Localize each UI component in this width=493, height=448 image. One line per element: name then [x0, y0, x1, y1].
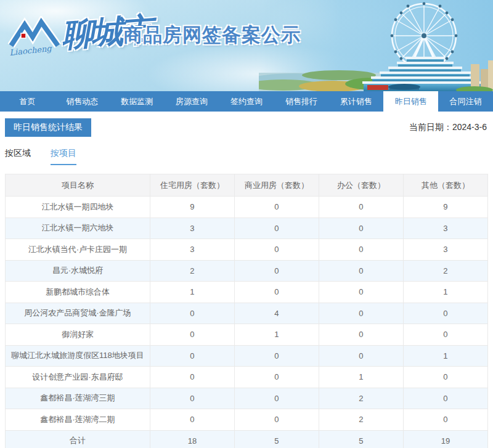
table-cell: 9	[150, 197, 234, 218]
table-cell: 0	[319, 324, 403, 346]
table-cell: 鑫都裕昌·莲湖湾二期	[6, 409, 150, 431]
nav-item-5[interactable]: 销售排行	[274, 91, 328, 112]
table-cell: 1	[234, 324, 319, 346]
table-cell: 设计创意产业园·东昌府邸	[6, 367, 150, 388]
table-cell: 0	[403, 388, 487, 409]
table-cell: 1	[319, 367, 403, 388]
table-row: 江北水镇当代·卢卡庄园一期3003	[6, 239, 488, 261]
table-row: 设计创意产业园·东昌府邸0010	[6, 367, 488, 388]
table-cell: 2	[319, 388, 403, 409]
table-cell: 0	[319, 197, 403, 218]
table-cell: 周公河农产品商贸城·金隆广场	[6, 303, 150, 324]
nav-item-3[interactable]: 房源查询	[165, 91, 219, 112]
table-row: 合计185519	[6, 430, 488, 448]
tab-1[interactable]: 按项目	[51, 148, 76, 165]
nav-item-2[interactable]: 数据监测	[110, 91, 165, 112]
page-title: 昨日销售统计结果	[5, 118, 91, 137]
table-cell: 2	[403, 260, 487, 282]
table-cell: 0	[319, 345, 403, 367]
table-cell: 0	[403, 303, 487, 324]
table-cell: 3	[403, 218, 487, 239]
sales-statistics-table: 项目名称住宅用房（套数）商业用房（套数）办公（套数）其他（套数） 江北水镇一期四…	[5, 174, 488, 448]
table-cell: 0	[234, 239, 319, 261]
nav-item-7[interactable]: 昨日销售	[383, 91, 438, 112]
table-cell: 江北水镇一期四地块	[6, 197, 150, 218]
table-cell: 5	[234, 430, 319, 448]
mountain-m-logo-icon: Liaocheng	[6, 16, 65, 59]
table-cell: 0	[319, 260, 403, 282]
table-cell: 1	[150, 282, 234, 303]
current-date-label: 当前日期：2024-3-6	[409, 122, 488, 133]
table-cell: 0	[150, 367, 234, 388]
table-row: 御润好家0100	[6, 324, 488, 346]
tab-0[interactable]: 按区域	[5, 148, 31, 165]
table-cell: 0	[150, 409, 234, 431]
table-cell: 0	[234, 260, 319, 282]
liaocheng-logo: Liaocheng	[6, 16, 65, 59]
table-cell: 1	[403, 345, 487, 367]
nav-item-0[interactable]: 首页	[0, 91, 55, 112]
table-row: 江北水镇一期四地块9009	[6, 197, 488, 218]
table-cell: 0	[319, 303, 403, 324]
table-cell: 0	[150, 303, 234, 324]
table-cell: 2	[319, 409, 403, 431]
table-cell: 19	[403, 430, 487, 448]
nav-item-6[interactable]: 累计销售	[328, 91, 383, 112]
table-cell: 0	[319, 282, 403, 303]
table-row: 新鹏都城市综合体1001	[6, 282, 488, 303]
nav-item-8[interactable]: 合同注销	[438, 91, 493, 112]
table-cell: 3	[403, 239, 487, 261]
table-header-row: 项目名称住宅用房（套数）商业用房（套数）办公（套数）其他（套数）	[6, 174, 488, 197]
table-cell: 0	[403, 409, 487, 431]
table-row: 鑫都裕昌·莲湖湾三期0020	[6, 388, 488, 409]
nav-item-1[interactable]: 销售动态	[55, 91, 110, 112]
table-cell: 0	[319, 239, 403, 261]
table-cell: 5	[319, 430, 403, 448]
table-row: 鑫都裕昌·莲湖湾二期0020	[6, 409, 488, 431]
table-cell: 0	[234, 409, 319, 431]
column-header: 其他（套数）	[403, 174, 487, 197]
table-cell: 江北水镇一期六地块	[6, 218, 150, 239]
column-header: 住宅用房（套数）	[150, 174, 234, 197]
table-cell: 0	[319, 218, 403, 239]
table-cell: 0	[150, 324, 234, 346]
view-tabs: 按区域 按项目	[5, 148, 488, 165]
table-cell: 鑫都裕昌·莲湖湾三期	[6, 388, 150, 409]
table-cell: 0	[403, 324, 487, 346]
table-row: 周公河农产品商贸城·金隆广场0400	[6, 303, 488, 324]
table-cell: 0	[234, 218, 319, 239]
table-cell: 合计	[6, 430, 150, 448]
table-cell: 0	[234, 388, 319, 409]
table-row: 昌元·水城悦府2002	[6, 260, 488, 282]
table-cell: 9	[403, 197, 487, 218]
table-cell: 0	[234, 367, 319, 388]
section-header: 昨日销售统计结果 当前日期：2024-3-6	[5, 118, 488, 137]
table-cell: 18	[150, 430, 234, 448]
site-subtitle: 商品房网签备案公示	[123, 22, 301, 48]
table-cell: 3	[150, 218, 234, 239]
table-row: 聊城江北水城旅游度假区118地块项目0001	[6, 345, 488, 367]
table-cell: 江北水镇当代·卢卡庄园一期	[6, 239, 150, 261]
column-header: 办公（套数）	[319, 174, 403, 197]
main-content: 昨日销售统计结果 当前日期：2024-3-6 按区域 按项目 项目名称住宅用房（…	[0, 118, 493, 448]
table-cell: 0	[150, 388, 234, 409]
table-cell: 4	[234, 303, 319, 324]
table-cell: 0	[234, 345, 319, 367]
column-header: 商业用房（套数）	[234, 174, 319, 197]
table-cell: 聊城江北水城旅游度假区118地块项目	[6, 345, 150, 367]
table-cell: 0	[234, 282, 319, 303]
table-cell: 0	[403, 367, 487, 388]
table-cell: 新鹏都城市综合体	[6, 282, 150, 303]
table-cell: 3	[150, 239, 234, 261]
table-cell: 2	[150, 260, 234, 282]
nav-item-4[interactable]: 签约查询	[219, 91, 274, 112]
main-navbar: 首页 销售动态 数据监测 房源查询 签约查询 销售排行 累计销售 昨日销售 合同…	[0, 91, 493, 112]
table-cell: 御润好家	[6, 324, 150, 346]
table-cell: 0	[150, 345, 234, 367]
site-banner: Liaocheng 聊城市 商品房网签备案公示	[0, 0, 493, 91]
table-cell: 0	[234, 197, 319, 218]
table-cell: 1	[403, 282, 487, 303]
table-row: 江北水镇一期六地块3003	[6, 218, 488, 239]
table-cell: 昌元·水城悦府	[6, 260, 150, 282]
column-header: 项目名称	[6, 174, 150, 197]
